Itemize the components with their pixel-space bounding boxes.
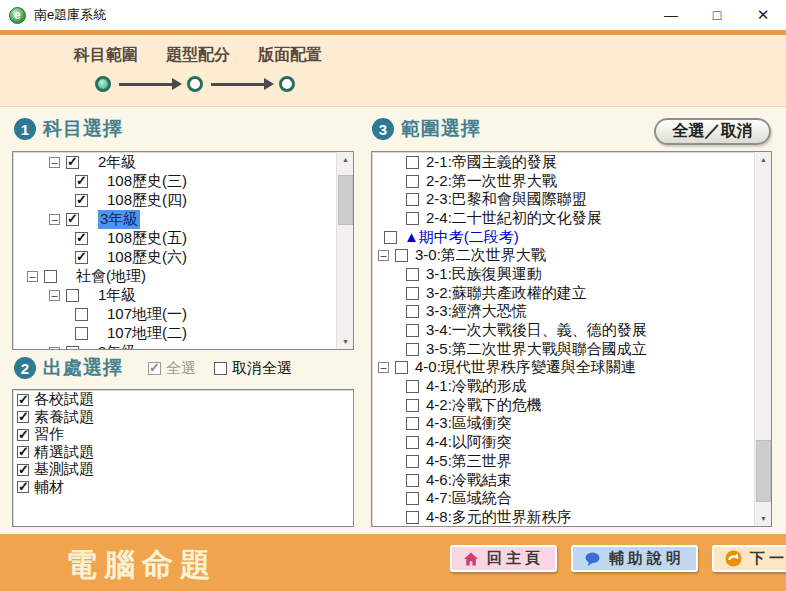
- tree-label[interactable]: 108歷史(四): [107, 191, 187, 210]
- checkbox-icon[interactable]: [17, 481, 29, 493]
- tree-row[interactable]: 4-6:冷戰結束: [372, 471, 754, 490]
- checkbox-icon[interactable]: [214, 362, 227, 375]
- tree-label[interactable]: 108歷史(五): [107, 229, 187, 248]
- tree-label[interactable]: 2-1:帝國主義的發展: [426, 153, 557, 172]
- tree-row[interactable]: 3-2:蘇聯共產政權的建立: [372, 284, 754, 303]
- tree-row[interactable]: 4-8:多元的世界新秩序: [372, 508, 754, 526]
- tree-row[interactable]: 2-1:帝國主義的發展: [372, 153, 754, 172]
- tree-row[interactable]: –4-0:現代世界秩序變遷與全球關連: [372, 359, 754, 378]
- tree-label[interactable]: 4-7:區域統合: [426, 489, 512, 508]
- checkbox-icon[interactable]: [406, 511, 419, 524]
- tree-label[interactable]: 3-0:第二次世界大戰: [415, 246, 546, 265]
- tree-label[interactable]: 4-8:多元的世界新秩序: [426, 508, 572, 526]
- checkbox-icon[interactable]: [406, 399, 419, 412]
- checkbox-icon[interactable]: [406, 212, 419, 225]
- range-scrollbar[interactable]: ▲ ▼: [754, 152, 771, 526]
- checkbox-icon[interactable]: [17, 411, 29, 423]
- tree-row[interactable]: 4-2:冷戰下的危機: [372, 396, 754, 415]
- tree-label[interactable]: 107地理(一): [107, 305, 187, 324]
- tree-row[interactable]: 4-4:以阿衝突: [372, 433, 754, 452]
- checkbox-icon[interactable]: [75, 308, 88, 321]
- home-button[interactable]: 回主頁: [450, 545, 557, 572]
- tree-row[interactable]: 108歷史(五): [13, 229, 336, 248]
- checkbox-icon[interactable]: [406, 287, 419, 300]
- source-item[interactable]: 習作: [13, 426, 353, 444]
- checkbox-icon[interactable]: [66, 289, 79, 302]
- deselect-all-checkbox[interactable]: 取消全選: [214, 359, 292, 378]
- checkbox-icon[interactable]: [17, 394, 29, 406]
- checkbox-icon[interactable]: [406, 156, 419, 169]
- next-step-button[interactable]: 下一步: [712, 545, 786, 572]
- collapse-icon[interactable]: –: [27, 271, 38, 282]
- tree-label[interactable]: 4-1:冷戰的形成: [426, 377, 527, 396]
- checkbox-icon[interactable]: [406, 305, 419, 318]
- subject-scrollbar[interactable]: ▲ ▼: [336, 152, 353, 349]
- tree-label[interactable]: 4-4:以阿衝突: [426, 433, 512, 452]
- tree-row[interactable]: –2年級: [13, 343, 336, 349]
- tree-label[interactable]: 108歷史(六): [107, 248, 187, 267]
- tree-label[interactable]: 4-5:第三世界: [426, 452, 512, 471]
- minimize-button[interactable]: —: [648, 0, 694, 30]
- checkbox-icon[interactable]: [406, 343, 419, 356]
- tree-row[interactable]: 2-2:第一次世界大戰: [372, 172, 754, 191]
- tree-row[interactable]: 2-4:二十世紀初的文化發展: [372, 209, 754, 228]
- checkbox-icon[interactable]: [406, 380, 419, 393]
- tree-row[interactable]: 2-3:巴黎和會與國際聯盟: [372, 190, 754, 209]
- select-all-toggle-button[interactable]: 全選／取消: [654, 118, 771, 145]
- maximize-button[interactable]: □: [694, 0, 740, 30]
- collapse-icon[interactable]: –: [378, 362, 389, 373]
- tree-row[interactable]: 3-1:民族復興運動: [372, 265, 754, 284]
- checkbox-icon[interactable]: [75, 175, 88, 188]
- checkbox-icon[interactable]: [17, 429, 29, 441]
- scroll-up-icon[interactable]: ▲: [337, 152, 354, 167]
- tree-row[interactable]: 108歷史(六): [13, 248, 336, 267]
- checkbox-icon[interactable]: [44, 270, 57, 283]
- scrollbar-thumb[interactable]: [338, 175, 353, 225]
- checkbox-icon[interactable]: [406, 175, 419, 188]
- checkbox-icon[interactable]: [406, 436, 419, 449]
- tree-label[interactable]: 3-5:第二次世界大戰與聯合國成立: [426, 340, 647, 359]
- tree-label[interactable]: 2年級: [98, 343, 136, 349]
- checkbox-icon[interactable]: [75, 327, 88, 340]
- tree-label[interactable]: ▲期中考(二段考): [404, 228, 519, 247]
- tree-row[interactable]: 108歷史(四): [13, 191, 336, 210]
- tree-label[interactable]: 3年級: [98, 210, 140, 229]
- tree-row[interactable]: 4-7:區域統合: [372, 489, 754, 508]
- source-item[interactable]: 各校試題: [13, 391, 353, 409]
- collapse-icon[interactable]: –: [378, 250, 389, 261]
- checkbox-icon[interactable]: [406, 268, 419, 281]
- tree-row[interactable]: 107地理(二): [13, 324, 336, 343]
- help-button[interactable]: 輔助說明: [571, 545, 698, 572]
- tree-row[interactable]: 4-5:第三世界: [372, 452, 754, 471]
- checkbox-icon[interactable]: [406, 417, 419, 430]
- scroll-down-icon[interactable]: ▼: [755, 511, 772, 526]
- tree-label[interactable]: 2年級: [98, 153, 136, 172]
- tree-row[interactable]: ▲期中考(二段考): [372, 228, 754, 247]
- tree-row[interactable]: 107地理(一): [13, 305, 336, 324]
- tree-label[interactable]: 107地理(二): [107, 324, 187, 343]
- collapse-icon[interactable]: –: [49, 290, 60, 301]
- checkbox-icon[interactable]: [406, 324, 419, 337]
- tree-row[interactable]: –3年級: [13, 210, 336, 229]
- checkbox-icon[interactable]: [17, 446, 29, 458]
- tree-label[interactable]: 4-6:冷戰結束: [426, 471, 512, 490]
- checkbox-icon[interactable]: [66, 346, 79, 349]
- tree-label[interactable]: 2-2:第一次世界大戰: [426, 172, 557, 191]
- tree-row[interactable]: –3-0:第二次世界大戰: [372, 246, 754, 265]
- checkbox-icon[interactable]: [75, 251, 88, 264]
- collapse-icon[interactable]: –: [49, 214, 60, 225]
- scroll-down-icon[interactable]: ▼: [337, 334, 354, 349]
- tree-row[interactable]: 4-3:區域衝突: [372, 415, 754, 434]
- tree-label[interactable]: 3-4:一次大戰後日、義、德的發展: [426, 321, 647, 340]
- collapse-icon[interactable]: –: [49, 157, 60, 168]
- checkbox-icon[interactable]: [406, 492, 419, 505]
- tree-label[interactable]: 4-2:冷戰下的危機: [426, 396, 542, 415]
- tree-label[interactable]: 3-1:民族復興運動: [426, 265, 542, 284]
- checkbox-icon[interactable]: [395, 249, 408, 262]
- checkbox-icon[interactable]: [384, 231, 397, 244]
- tree-row[interactable]: –社會(地理): [13, 267, 336, 286]
- checkbox-icon[interactable]: [406, 474, 419, 487]
- checkbox-icon[interactable]: [406, 455, 419, 468]
- tree-row[interactable]: –2年級: [13, 153, 336, 172]
- source-item[interactable]: 精選試題: [13, 444, 353, 462]
